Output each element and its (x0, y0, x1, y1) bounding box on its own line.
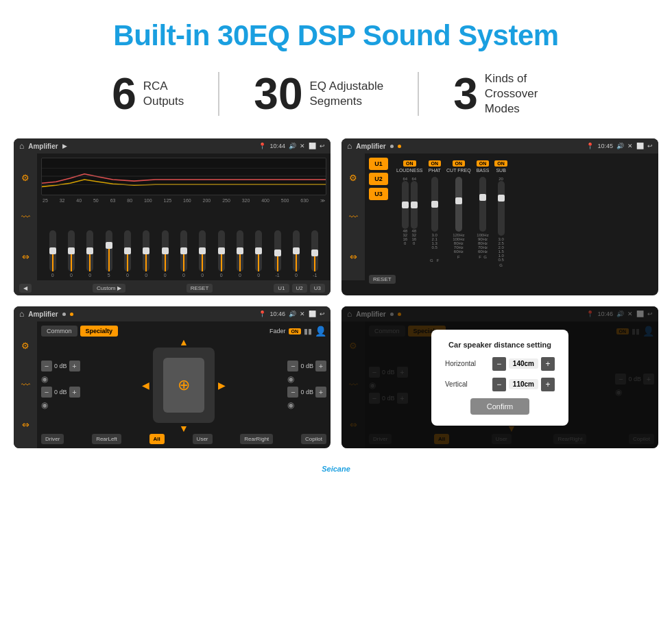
loudness-on[interactable]: ON (403, 160, 416, 167)
cutfreq-on[interactable]: ON (453, 160, 466, 167)
eq-slider-2[interactable]: 0 (86, 230, 93, 278)
amp-reset-button[interactable]: RESET (369, 275, 396, 284)
home-icon[interactable]: ⌂ (19, 141, 24, 151)
eq-arrows-icon[interactable]: ⇔ (22, 252, 29, 262)
eq-slider-1[interactable]: 0 (68, 230, 75, 278)
eq-slider-6[interactable]: 0 (162, 230, 169, 278)
car-diagram-wrap: ▲ ⊕ ▼ ◀ ▶ (153, 348, 215, 423)
common-tab[interactable]: Common (41, 326, 77, 337)
screen-eq: ⌂ Amplifier ▶ 📍 10:44 🔊 ✕ ⬜ ↩ ⚙ 〰 ⇔ (14, 138, 331, 295)
screen-fader: ⌂ Amplifier 📍 10:46 🔊 ✕ ⬜ ↩ ⚙ 〰 ⇔ (14, 306, 331, 448)
arrow-down[interactable]: ▼ (179, 423, 189, 434)
eq-slider-8[interactable]: 0 (199, 230, 206, 278)
db-minus-fl[interactable]: − (41, 361, 52, 371)
minimize-icon-2[interactable]: ⬜ (636, 143, 644, 149)
copilot-btn[interactable]: Copilot (301, 434, 326, 444)
eq-slider-7[interactable]: 0 (180, 230, 187, 278)
eq-slider-14[interactable]: -1 (311, 230, 318, 278)
vertical-plus[interactable]: + (541, 378, 555, 391)
eq-wave-icon[interactable]: 〰 (21, 212, 30, 222)
vertical-minus[interactable]: − (492, 378, 506, 391)
fader-toggle[interactable]: ▮▮ (304, 327, 312, 336)
volume-icon-2: 🔊 (616, 143, 624, 149)
db-control-rr: − 0 dB + (287, 387, 326, 398)
eq-slider-3[interactable]: 5 (106, 230, 112, 278)
db-plus-fr[interactable]: + (315, 361, 326, 371)
volume-icon-3: 🔊 (289, 310, 296, 317)
phat-on[interactable]: ON (429, 160, 442, 167)
sub-on[interactable]: ON (494, 160, 507, 167)
eq-slider-9[interactable]: 0 (218, 230, 225, 278)
seat-icon: ⊕ (178, 376, 190, 394)
back-icon[interactable]: ↩ (320, 143, 325, 149)
db-minus-rr[interactable]: − (287, 387, 298, 398)
horizontal-minus[interactable]: − (492, 357, 506, 371)
eq-slider-10[interactable]: 0 (237, 230, 243, 278)
back-icon-3[interactable]: ↩ (320, 310, 325, 317)
horizontal-plus[interactable]: + (541, 357, 555, 371)
fader-wave-icon[interactable]: 〰 (21, 380, 30, 390)
eq-slider-4[interactable]: 0 (124, 230, 131, 278)
driver-btn[interactable]: Driver (41, 434, 64, 444)
location-icon-2: 📍 (586, 143, 594, 149)
rearleft-btn[interactable]: RearLeft (92, 434, 121, 444)
db-control-rl: − 0 dB + (41, 387, 80, 398)
close-icon-3[interactable]: ✕ (300, 310, 305, 317)
minimize-icon[interactable]: ⬜ (309, 143, 316, 149)
amp-arrows-icon[interactable]: ⇔ (350, 252, 357, 262)
db-minus-rl[interactable]: − (41, 387, 52, 398)
eq-slider-0[interactable]: 0 (49, 230, 56, 278)
u2-button[interactable]: U2 (292, 284, 307, 293)
home-icon-2[interactable]: ⌂ (347, 141, 352, 151)
u2-preset[interactable]: U2 (369, 173, 388, 185)
fader-top: Common Specialty Fader ON ▮▮ 👤 (41, 326, 326, 337)
fader-diagram: ▲ ⊕ ▼ ◀ ▶ (86, 341, 283, 430)
u3-preset[interactable]: U3 (369, 188, 388, 200)
u1-button[interactable]: U1 (274, 284, 289, 293)
close-icon[interactable]: ✕ (300, 143, 305, 149)
fader-settings-icon[interactable]: ⚙ (21, 341, 29, 351)
eq-slider-13[interactable]: 0 (293, 230, 300, 278)
all-btn[interactable]: All (149, 434, 165, 444)
back-button[interactable]: ◀ (19, 284, 32, 293)
db-plus-rr[interactable]: + (315, 387, 326, 398)
eq-slider-12[interactable]: -1 (274, 230, 281, 278)
user-btn[interactable]: User (193, 434, 213, 444)
rearright-btn[interactable]: RearRight (240, 434, 273, 444)
u3-button[interactable]: U3 (310, 284, 325, 293)
close-icon-2[interactable]: ✕ (627, 143, 633, 149)
screen3-statusbar: ⌂ Amplifier 📍 10:46 🔊 ✕ ⬜ ↩ (14, 306, 331, 321)
stat-eq-number: 30 (254, 72, 302, 116)
fader-on-badge[interactable]: ON (289, 328, 302, 334)
status-dot-3 (62, 313, 66, 316)
channel-phat: ON PHAT 3.0 2.1 1.3 0.5 G F (429, 160, 442, 267)
custom-button[interactable]: Custom ▶ (93, 284, 125, 293)
eq-slider-11[interactable]: 0 (255, 230, 262, 278)
u1-preset[interactable]: U1 (369, 158, 388, 170)
screenshots-grid: ⌂ Amplifier ▶ 📍 10:44 🔊 ✕ ⬜ ↩ ⚙ 〰 ⇔ (0, 132, 672, 462)
status-dot-orange-3 (70, 313, 73, 316)
confirm-button[interactable]: Confirm (470, 398, 530, 415)
amp-settings-icon[interactable]: ⚙ (349, 173, 357, 183)
screen-amp: ⌂ Amplifier 📍 10:45 🔊 ✕ ⬜ ↩ ⚙ 〰 ⇔ (341, 138, 658, 295)
reset-button[interactable]: RESET (187, 284, 213, 293)
arrow-right[interactable]: ▶ (218, 380, 226, 391)
fader-label: Fader (269, 328, 286, 334)
eq-slider-5[interactable]: 0 (143, 230, 149, 278)
specialty-tab[interactable]: Specialty (80, 326, 119, 337)
arrow-left[interactable]: ◀ (142, 380, 149, 391)
db-minus-fr[interactable]: − (287, 361, 298, 371)
stat-rca-label: RCAOutputs (143, 79, 184, 109)
db-plus-rl[interactable]: + (69, 387, 80, 398)
amp-wave-icon[interactable]: 〰 (349, 212, 358, 222)
car-diagram: ⊕ (153, 348, 215, 423)
profile-icon[interactable]: 👤 (315, 326, 326, 337)
bass-on[interactable]: ON (477, 160, 490, 167)
minimize-icon-3[interactable]: ⬜ (309, 310, 316, 317)
db-plus-fl[interactable]: + (69, 361, 80, 371)
back-icon-2[interactable]: ↩ (647, 143, 653, 149)
eq-settings-icon[interactable]: ⚙ (21, 173, 29, 183)
arrow-up[interactable]: ▲ (179, 337, 189, 348)
home-icon-3[interactable]: ⌂ (19, 309, 24, 319)
fader-arrows-icon[interactable]: ⇔ (22, 419, 29, 430)
